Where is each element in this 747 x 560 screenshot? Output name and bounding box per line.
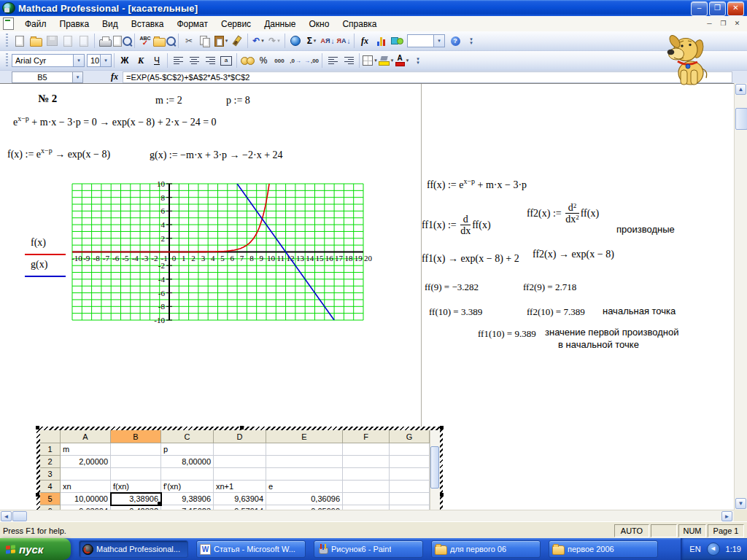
- toolbar-options-button[interactable]: ▾▾: [463, 33, 479, 49]
- decrease-indent-button[interactable]: [325, 52, 341, 69]
- excel-vertical-scrollbar[interactable]: [430, 430, 440, 510]
- zoom-combobox[interactable]: ▾: [407, 34, 445, 47]
- cell-B5[interactable]: 3,38906: [111, 493, 161, 505]
- align-center-button[interactable]: [186, 52, 202, 69]
- cell-B4[interactable]: f(xn): [111, 481, 161, 493]
- drawing-button[interactable]: [389, 33, 405, 49]
- math-ff1-10[interactable]: ff1(10) = 9.389: [478, 328, 536, 340]
- borders-button[interactable]: ▾: [362, 52, 378, 69]
- cell-F4[interactable]: [343, 481, 390, 493]
- menu-1[interactable]: Правка: [53, 18, 96, 31]
- chart-wizard-button[interactable]: [373, 33, 389, 49]
- insert-function-fx[interactable]: fx: [111, 71, 118, 82]
- menu-7[interactable]: Окно: [302, 18, 336, 31]
- help-button[interactable]: ?: [447, 33, 463, 49]
- format-painter-button[interactable]: [229, 33, 245, 49]
- select-all-corner[interactable]: [40, 430, 61, 443]
- column-header-E[interactable]: E: [266, 430, 343, 443]
- cell-B1[interactable]: [111, 443, 161, 456]
- print-button[interactable]: [97, 33, 113, 49]
- math-ff2-9[interactable]: ff2(9) = 2.718: [523, 281, 576, 293]
- hyperlink-button[interactable]: [287, 33, 303, 49]
- child-close-button[interactable]: ✕: [732, 18, 743, 28]
- save-button[interactable]: [44, 33, 60, 49]
- horizontal-scrollbar[interactable]: ◄ ►: [0, 510, 734, 522]
- research-button[interactable]: [153, 33, 176, 49]
- cell-F3[interactable]: [343, 468, 390, 481]
- cell-D3[interactable]: [214, 468, 266, 481]
- cell-D1[interactable]: [214, 443, 266, 456]
- open-button[interactable]: [28, 33, 44, 49]
- mail-button[interactable]: [76, 33, 92, 49]
- underline-button[interactable]: Ч: [149, 52, 165, 69]
- sort-descending-button[interactable]: ЯА↓: [336, 33, 352, 49]
- menu-0[interactable]: Файл: [18, 18, 53, 31]
- cell-C4[interactable]: f'(xn): [161, 481, 214, 493]
- permission-button[interactable]: [60, 33, 76, 49]
- row-header-2[interactable]: 2: [40, 456, 61, 468]
- math-ff2-result[interactable]: ff2(x) → exp(x − 8): [533, 249, 614, 260]
- cell-C3[interactable]: [161, 468, 214, 481]
- name-box-dropdown[interactable]: ▾: [73, 71, 83, 83]
- mathcad-plot[interactable]: -10-8-6-4-2246810-10-9-8-7-6-5-4-3-2-101…: [72, 184, 363, 320]
- math-ff9[interactable]: ff(9) = −3.282: [425, 281, 479, 293]
- cell-G5[interactable]: [390, 493, 430, 505]
- menu-2[interactable]: Вид: [96, 18, 125, 31]
- row-header-1[interactable]: 1: [40, 443, 61, 456]
- bold-button[interactable]: Ж: [117, 52, 133, 69]
- worksheet-area[interactable]: № 2 m := 2 p := 8 ex−p + m·x − 3·p = 0 →…: [0, 83, 734, 510]
- math-problem-number[interactable]: № 2: [38, 93, 57, 105]
- currency-button[interactable]: [239, 52, 255, 69]
- cell-A1[interactable]: m: [61, 443, 111, 456]
- close-button[interactable]: ✕: [727, 1, 744, 16]
- cell-F5[interactable]: [343, 493, 390, 505]
- column-header-A[interactable]: A: [61, 430, 111, 443]
- math-ff1-result[interactable]: ff1(x) → exp(x − 8) + 2: [422, 253, 519, 265]
- merge-center-button[interactable]: a: [218, 52, 234, 69]
- autosum-button[interactable]: Σ▾: [303, 33, 320, 49]
- increase-indent-button[interactable]: [341, 52, 357, 69]
- undo-button[interactable]: ↶▾: [250, 33, 266, 49]
- cell-G3[interactable]: [390, 468, 430, 481]
- align-left-button[interactable]: [170, 52, 186, 69]
- cell-G1[interactable]: [390, 443, 430, 456]
- align-right-button[interactable]: [202, 52, 218, 69]
- scroll-down-arrow[interactable]: ▼: [735, 498, 746, 509]
- font-size-combobox[interactable]: 10▾: [87, 54, 112, 67]
- column-header-C[interactable]: C: [161, 430, 214, 443]
- spelling-button[interactable]: ABC✓: [137, 33, 153, 49]
- math-equation[interactable]: ex−p + m·x − 3·p = 0 → exp(x − 8) + 2·x …: [13, 114, 217, 128]
- cell-C5[interactable]: 9,38906: [161, 493, 214, 505]
- resize-handle[interactable]: [440, 426, 444, 429]
- office-assistant-dog[interactable]: [662, 34, 713, 86]
- print-preview-button[interactable]: [113, 33, 132, 49]
- cell-C2[interactable]: 8,00000: [161, 456, 214, 468]
- scroll-left-arrow[interactable]: ◄: [1, 511, 12, 521]
- math-m-definition[interactable]: m := 2: [155, 95, 182, 106]
- cell-A2[interactable]: 2,00000: [61, 456, 111, 468]
- cell-D2[interactable]: [214, 456, 266, 468]
- cell-C1[interactable]: p: [161, 443, 214, 456]
- cell-E3[interactable]: [266, 468, 343, 481]
- taskbar-task-paint[interactable]: Рисунок6 - Paint: [314, 540, 423, 558]
- redo-button[interactable]: ↷▾: [266, 33, 282, 49]
- scroll-right-arrow[interactable]: ►: [721, 511, 732, 521]
- taskbar-task-folder[interactable]: для первого 06: [431, 540, 541, 558]
- scroll-up-arrow[interactable]: ▲: [735, 84, 746, 95]
- minimize-button[interactable]: –: [691, 1, 708, 16]
- insert-function-button[interactable]: fx: [357, 33, 373, 49]
- toolbar-options-button-2[interactable]: ▾▾: [410, 52, 426, 69]
- column-header-D[interactable]: D: [214, 430, 266, 443]
- row-header-4[interactable]: 4: [40, 481, 61, 493]
- taskbar-task-mathcad[interactable]: Mathcad Professional...: [79, 540, 188, 558]
- cell-F2[interactable]: [343, 456, 390, 468]
- menu-4[interactable]: Формат: [170, 18, 214, 31]
- cell-E1[interactable]: [266, 443, 343, 456]
- thousands-button[interactable]: 000: [271, 52, 287, 69]
- decrease-decimal-button[interactable]: →,00: [303, 52, 320, 69]
- increase-decimal-button[interactable]: ,0→: [287, 52, 303, 69]
- math-p-definition[interactable]: p := 8: [226, 95, 250, 106]
- resize-handle[interactable]: [36, 493, 39, 497]
- cell-A5[interactable]: 10,00000: [61, 493, 111, 505]
- formula-input[interactable]: =EXP(A5-$C$2)+$A$2*A5-3*$C$2: [123, 71, 732, 83]
